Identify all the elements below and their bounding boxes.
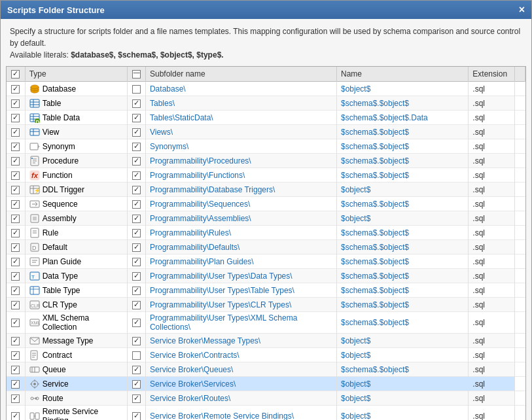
subfolder-check-cell[interactable] <box>127 348 145 362</box>
subfolder-checkbox[interactable] <box>132 171 141 180</box>
subfolder-check-cell[interactable] <box>127 96 145 111</box>
subfolder-checkbox[interactable] <box>132 186 141 194</box>
row-check-cell[interactable] <box>7 82 25 96</box>
row-checkbox[interactable] <box>11 351 20 360</box>
row-checkbox[interactable] <box>11 200 20 209</box>
row-check-cell[interactable] <box>7 298 25 312</box>
row-check-cell[interactable] <box>7 183 25 197</box>
row-check-cell[interactable] <box>7 96 25 111</box>
subfolder-check-cell[interactable] <box>127 406 145 420</box>
subfolder-check-cell[interactable] <box>127 312 145 334</box>
row-checkbox[interactable] <box>11 287 20 295</box>
table-container[interactable]: Type Subfolder name Name Extension Datab… <box>6 66 526 420</box>
subfolder-checkbox[interactable] <box>132 128 141 137</box>
subfolder-check-cell[interactable] <box>127 298 145 312</box>
subfolder-checkbox[interactable] <box>132 114 141 122</box>
row-check-cell[interactable] <box>7 334 25 348</box>
row-check-cell[interactable] <box>7 254 25 269</box>
row-checkbox[interactable] <box>11 215 20 223</box>
row-checkbox[interactable] <box>11 229 20 237</box>
subfolder-check-cell[interactable] <box>127 269 145 283</box>
subfolder-check-cell[interactable] <box>127 111 145 125</box>
subfolder-checkbox[interactable] <box>132 99 141 108</box>
svg-rect-1 <box>30 99 39 107</box>
subfolder-checkbox[interactable] <box>132 287 141 295</box>
subfolder-check-cell[interactable] <box>127 240 145 254</box>
row-checkbox[interactable] <box>11 272 20 281</box>
row-checkbox[interactable] <box>11 301 20 309</box>
subfolder-checkbox[interactable] <box>132 243 141 252</box>
subfolder-checkbox[interactable] <box>132 258 141 266</box>
close-button[interactable]: × <box>519 5 525 15</box>
row-checkbox[interactable] <box>11 171 20 180</box>
subfolder-check-cell[interactable] <box>127 82 145 96</box>
ext-cell: .sql <box>469 298 514 312</box>
subfolder-check-cell[interactable] <box>127 226 145 240</box>
subfolder-check-cell[interactable] <box>127 183 145 197</box>
subfolder-check-cell[interactable] <box>127 211 145 226</box>
row-checkbox[interactable] <box>11 366 20 374</box>
subfolder-checkbox[interactable] <box>132 337 141 345</box>
row-check-cell[interactable] <box>7 125 25 139</box>
row-checkbox[interactable] <box>11 412 20 420</box>
row-check-cell[interactable] <box>7 197 25 211</box>
row-check-cell[interactable] <box>7 111 25 125</box>
row-check-cell[interactable] <box>7 269 25 283</box>
row-checkbox[interactable] <box>11 380 20 389</box>
row-check-cell[interactable] <box>7 406 25 420</box>
row-check-cell[interactable] <box>7 139 25 154</box>
subfolder-check-cell[interactable] <box>127 254 145 269</box>
subfolder-check-cell[interactable] <box>127 283 145 298</box>
subfolder-checkbox[interactable] <box>132 394 141 403</box>
row-check-cell[interactable] <box>7 154 25 168</box>
row-checkbox[interactable] <box>11 128 20 137</box>
header-subfolder-check[interactable] <box>127 67 145 82</box>
row-check-cell[interactable] <box>7 377 25 391</box>
subfolder-check-cell[interactable] <box>127 125 145 139</box>
row-checkbox[interactable] <box>11 319 20 327</box>
subfolder-checkbox[interactable] <box>132 412 141 420</box>
subfolder-checkbox[interactable] <box>132 319 141 327</box>
row-check-cell[interactable] <box>7 226 25 240</box>
row-checkbox[interactable] <box>11 114 20 122</box>
row-check-cell[interactable] <box>7 312 25 334</box>
subfolder-checkbox[interactable] <box>132 272 141 281</box>
subfolder-checkbox[interactable] <box>132 301 141 309</box>
subfolder-checkbox[interactable] <box>132 143 141 151</box>
subfolder-checkbox[interactable] <box>132 157 141 166</box>
row-check-cell[interactable] <box>7 391 25 406</box>
row-checkbox[interactable] <box>11 337 20 345</box>
header-checkbox[interactable] <box>11 70 20 79</box>
subfolder-checkbox[interactable] <box>132 85 141 94</box>
subfolder-check-cell[interactable] <box>127 168 145 183</box>
row-checkbox[interactable] <box>11 99 20 108</box>
subfolder-check-cell[interactable] <box>127 139 145 154</box>
subfolder-checkbox[interactable] <box>132 351 141 360</box>
subfolder-check-cell[interactable] <box>127 362 145 377</box>
row-check-cell[interactable] <box>7 283 25 298</box>
row-check-cell[interactable] <box>7 168 25 183</box>
subfolder-checkbox[interactable] <box>132 200 141 209</box>
row-checkbox[interactable] <box>11 143 20 151</box>
row-checkbox[interactable] <box>11 85 20 94</box>
subfolder-checkbox[interactable] <box>132 366 141 374</box>
row-check-cell[interactable] <box>7 362 25 377</box>
row-check-cell[interactable] <box>7 211 25 226</box>
row-check-cell[interactable] <box>7 240 25 254</box>
subfolder-check-cell[interactable] <box>127 391 145 406</box>
row-check-cell[interactable] <box>7 348 25 362</box>
subfolder-checkbox[interactable] <box>132 380 141 389</box>
subfolder-check-cell[interactable] <box>127 154 145 168</box>
row-checkbox[interactable] <box>11 157 20 166</box>
subfolder-check-cell[interactable] <box>127 377 145 391</box>
subfolder-checkbox[interactable] <box>132 229 141 237</box>
row-checkbox[interactable] <box>11 186 20 194</box>
subfolder-check-cell[interactable] <box>127 334 145 348</box>
subfolder-checkbox[interactable] <box>132 215 141 223</box>
row-checkbox[interactable] <box>11 243 20 252</box>
subfolder-header-checkbox[interactable] <box>132 70 141 79</box>
subfolder-check-cell[interactable] <box>127 197 145 211</box>
row-checkbox[interactable] <box>11 258 20 266</box>
row-checkbox[interactable] <box>11 394 20 403</box>
header-check[interactable] <box>7 67 25 82</box>
